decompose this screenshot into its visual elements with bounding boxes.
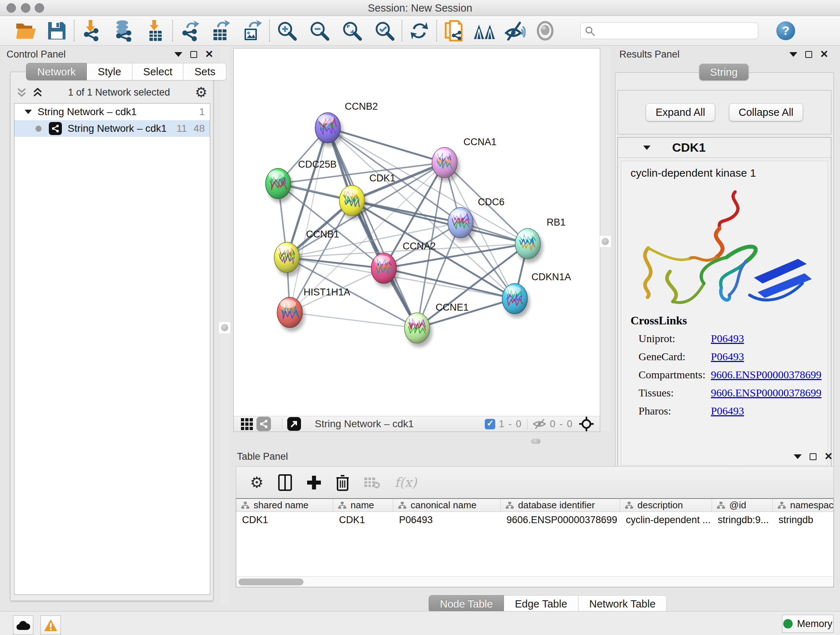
panel-menu-icon[interactable]	[789, 52, 797, 57]
crosslink-link[interactable]: P06493	[711, 405, 744, 417]
column-header-description[interactable]: description	[620, 499, 712, 511]
panel-close-icon[interactable]: ✕	[820, 49, 829, 59]
open-session-icon[interactable]	[15, 19, 38, 42]
table-row[interactable]: CDK1CDK1P064939606.ENSP00000378699cyclin…	[236, 512, 834, 528]
network-view-type-icon[interactable]	[256, 417, 271, 431]
network-edge[interactable]	[290, 312, 417, 328]
network-view-toolbar: String Network – cdk1 1 - 0 0 - 0	[234, 416, 600, 432]
column-header-canonical-name[interactable]: canonical name	[393, 499, 501, 511]
network-edge[interactable]	[384, 268, 515, 299]
panel-close-icon[interactable]: ✕	[205, 49, 213, 59]
panel-menu-icon[interactable]	[794, 454, 802, 459]
export-table-icon[interactable]	[210, 19, 232, 42]
left-splitter-handle[interactable]	[218, 321, 231, 334]
collection-expander-icon[interactable]	[25, 110, 32, 114]
table-cell[interactable]: 9606.ENSP00000378699	[501, 515, 620, 526]
column-header-shared-name[interactable]: shared name	[236, 499, 333, 511]
column-header-@id[interactable]: @id	[712, 499, 773, 511]
create-column-icon[interactable]	[306, 475, 322, 490]
panel-menu-icon[interactable]	[174, 52, 182, 57]
import-network-icon[interactable]	[80, 19, 103, 42]
crosslink-label: Uniprot:	[630, 333, 711, 345]
right-splitter-handle[interactable]	[599, 235, 611, 248]
network-edge[interactable]	[328, 128, 417, 328]
gene-section-header[interactable]: CDK1	[618, 138, 831, 158]
tab-edge-table[interactable]: Edge Table	[504, 595, 578, 613]
import-network-from-database-icon[interactable]	[112, 19, 134, 42]
tab-network[interactable]: Network	[26, 63, 87, 80]
warning-status-button[interactable]	[41, 616, 61, 635]
cloud-status-button[interactable]	[13, 616, 33, 635]
tab-network-table[interactable]: Network Table	[578, 595, 667, 613]
crosslink-link[interactable]: P06493	[711, 333, 744, 345]
grid-view-icon[interactable]	[241, 418, 253, 430]
network-node-CCNE1[interactable]: CCNE1	[404, 302, 469, 347]
column-header-namespac[interactable]: namespac	[773, 499, 834, 511]
network-canvas[interactable]: CCNB2CCNA1CDC25BCDK1CDC6RB1CCNB1CCNA2CDK…	[234, 49, 600, 416]
table-cell[interactable]: stringdb:9...	[712, 515, 773, 526]
show-all-icon[interactable]	[534, 19, 556, 42]
left-splitter[interactable]	[220, 47, 229, 605]
crosslink-link[interactable]: 9606.ENSP00000378699	[711, 369, 821, 381]
table-cell[interactable]: CDK1	[333, 515, 393, 526]
detach-view-icon[interactable]	[287, 417, 301, 431]
birds-eye-view-icon[interactable]	[579, 416, 594, 432]
zoom-in-icon[interactable]	[276, 19, 298, 42]
crosslink-row: Uniprot:P06493	[630, 333, 821, 345]
panel-float-icon[interactable]	[805, 51, 812, 58]
zoom-selected-icon[interactable]	[373, 19, 396, 42]
memory-button[interactable]: Memory	[782, 615, 834, 633]
selected-count: 1 - 0	[499, 418, 522, 430]
column-header-name[interactable]: name	[333, 499, 393, 511]
selected-nodes-checkbox-icon[interactable]	[485, 419, 495, 429]
horizontal-splitter-handle[interactable]	[531, 439, 540, 444]
show-columns-icon[interactable]	[278, 474, 292, 491]
save-session-icon[interactable]	[46, 19, 68, 42]
duplicate-network-icon[interactable]	[443, 19, 465, 42]
expand-all-networks-icon[interactable]	[32, 87, 43, 98]
network-row[interactable]: String Network – cdk1 11 48	[14, 120, 210, 137]
collapse-all-networks-icon[interactable]	[16, 87, 27, 98]
tab-select[interactable]: Select	[133, 63, 184, 80]
network-collection-row[interactable]: String Network – cdk1 1	[14, 103, 210, 120]
network-options-gear-icon[interactable]: ⚙	[195, 86, 207, 99]
column-header-database-identifier[interactable]: database identifier	[501, 499, 620, 511]
network-edge[interactable]	[328, 128, 445, 163]
network-node-CDKN1A[interactable]: CDKN1A	[502, 272, 571, 318]
search-input[interactable]	[580, 22, 758, 39]
tab-sets[interactable]: Sets	[183, 63, 226, 80]
crosslink-link[interactable]: 9606.ENSP00000378699	[711, 386, 821, 399]
apply-layout-icon[interactable]	[408, 19, 431, 42]
tab-node-table[interactable]: Node Table	[429, 595, 504, 613]
zoom-fit-icon[interactable]	[341, 19, 363, 42]
table-hscrollbar-thumb[interactable]	[238, 578, 303, 585]
table-cell[interactable]: stringdb	[773, 515, 834, 526]
panel-close-icon[interactable]: ✕	[824, 451, 833, 462]
network-edge[interactable]	[290, 128, 328, 312]
network-overview-icon[interactable]	[473, 19, 496, 42]
network-node-CCNA1[interactable]: CCNA1	[432, 136, 497, 182]
expand-all-button[interactable]: Expand All	[646, 103, 715, 121]
table-cell[interactable]: CDK1	[236, 515, 333, 526]
delete-column-icon[interactable]	[336, 474, 349, 491]
export-image-icon[interactable]	[241, 19, 264, 42]
tab-style[interactable]: Style	[87, 63, 132, 80]
network-edge[interactable]	[328, 128, 528, 244]
table-cell[interactable]: P06493	[393, 515, 501, 526]
tab-string[interactable]: String	[699, 64, 748, 80]
table-options-gear-icon[interactable]: ⚙	[250, 475, 264, 490]
collapse-all-button[interactable]: Collapse All	[729, 103, 804, 121]
table-hscrollbar[interactable]	[236, 576, 834, 587]
export-network-icon[interactable]	[179, 19, 201, 42]
right-splitter[interactable]	[600, 47, 610, 431]
panel-float-icon[interactable]	[190, 51, 197, 58]
panel-float-icon[interactable]	[810, 453, 816, 460]
zoom-out-icon[interactable]	[308, 19, 331, 42]
crosslink-link[interactable]: P06493	[711, 350, 744, 363]
import-table-icon[interactable]	[144, 19, 166, 42]
hide-selected-icon[interactable]	[504, 19, 526, 42]
table-cell[interactable]: cyclin-dependent ...	[620, 515, 712, 526]
network-node-RB1[interactable]: RB1	[515, 217, 566, 263]
section-expander-icon[interactable]	[643, 146, 651, 150]
help-button[interactable]: ?	[776, 21, 795, 40]
